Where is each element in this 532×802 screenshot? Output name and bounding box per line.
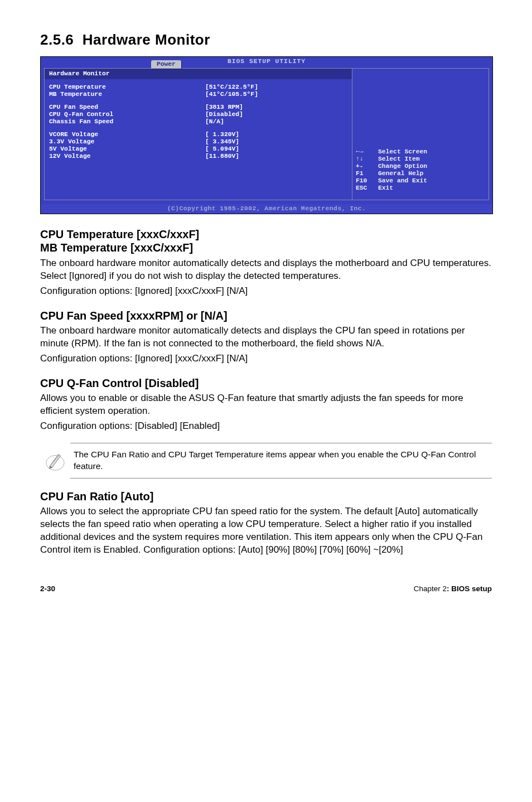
heading-cpu-fan-speed: CPU Fan Speed [xxxxRPM] or [N/A] (40, 309, 492, 322)
heading-line1: CPU Temperature [xxxC/xxxF] (40, 228, 199, 240)
help-key: +- (356, 163, 378, 170)
paragraph: The onboard hardware monitor automatical… (40, 257, 492, 283)
help-key: F10 (356, 177, 378, 185)
bios-row[interactable]: 3.3V Voltage [ 3.345V] (49, 138, 347, 146)
bios-label: 5V Voltage (49, 146, 205, 153)
help-row: ←→Select Screen (356, 148, 485, 156)
bios-content-area: CPU Temperature [51°C/122.5°F] MB Temper… (44, 79, 352, 200)
page-number: 2-30 (40, 584, 55, 593)
bios-help-pane: ←→Select Screen ↑↓Select Item +-Change O… (352, 68, 489, 200)
paragraph: Allows you to select the appropriate CPU… (40, 505, 492, 557)
help-key: ESC (356, 185, 378, 192)
help-row: F10Save and Exit (356, 177, 485, 185)
bios-tab-power[interactable]: Power (151, 60, 181, 69)
heading-line2: MB Temperature [xxxC/xxxF] (40, 241, 193, 254)
bios-value: [3813 RPM] (205, 104, 243, 111)
heading-cpu-qfan: CPU Q-Fan Control [Disabled] (40, 376, 492, 390)
chapter-title: : BIOS setup (447, 584, 492, 593)
bios-window: BIOS SETUP UTILITY Power Hardware Monito… (40, 56, 493, 214)
bios-row[interactable]: CPU Temperature [51°C/122.5°F] (49, 84, 347, 91)
bios-row[interactable]: CPU Fan Speed [3813 RPM] (49, 104, 347, 111)
paragraph: Configuration options: [Ignored] [xxxC/x… (40, 352, 492, 365)
bios-label: 12V Voltage (49, 153, 205, 160)
help-row: ESCExit (356, 185, 485, 192)
help-row: ↑↓Select Item (356, 156, 485, 163)
bios-value: [Disabled] (205, 111, 243, 118)
callout-text: The CPU Fan Ratio and CPU Target Tempera… (70, 443, 492, 479)
bios-value: [ 5.094V] (205, 146, 239, 153)
bios-row[interactable]: Chassis Fan Speed [N/A] (49, 118, 347, 125)
bios-value: [41°C/105.5°F] (205, 91, 258, 98)
section-number: 2.5.6 (40, 31, 74, 48)
bios-row[interactable]: VCORE Voltage [ 1.320V] (49, 131, 347, 138)
bios-label: Chassis Fan Speed (49, 118, 205, 125)
paragraph: Configuration options: [Ignored] [xxxC/x… (40, 285, 492, 298)
bios-row[interactable]: 5V Voltage [ 5.094V] (49, 146, 347, 153)
help-desc: Select Item (378, 156, 420, 163)
paragraph: Configuration options: [Disabled] [Enabl… (40, 420, 492, 433)
bios-label: CPU Fan Speed (49, 104, 205, 111)
heading-cpu-fan-ratio: CPU Fan Ratio [Auto] (40, 490, 492, 503)
help-key: ↑↓ (356, 156, 378, 163)
paragraph: The onboard hardware monitor automatical… (40, 325, 492, 350)
bios-value: [ 1.320V] (205, 131, 239, 138)
section-heading: 2.5.6 Hardware Monitor (40, 31, 492, 49)
bios-value: [11.880V] (205, 153, 239, 160)
help-row: F1General Help (356, 170, 485, 177)
help-row: +-Change Option (356, 163, 485, 170)
bios-label: CPU Temperature (49, 84, 205, 91)
paragraph: Allows you to enable or disable the ASUS… (40, 392, 492, 418)
bios-row[interactable]: MB Temperature [41°C/105.5°F] (49, 91, 347, 98)
note-callout: The CPU Fan Ratio and CPU Target Tempera… (40, 443, 492, 479)
bios-label: VCORE Voltage (49, 131, 205, 138)
bios-row[interactable]: 12V Voltage [11.880V] (49, 153, 347, 160)
bios-title: BIOS SETUP UTILITY (228, 58, 306, 65)
bios-value: [51°C/122.5°F] (205, 84, 258, 91)
help-desc: General Help (378, 170, 423, 177)
bios-label: CPU Q-Fan Control (49, 111, 205, 118)
bios-footer: (C)Copyright 1985-2002, American Megatre… (41, 204, 492, 214)
bios-row[interactable]: CPU Q-Fan Control [Disabled] (49, 111, 347, 118)
section-title: Hardware Monitor (83, 31, 210, 48)
page-footer: 2-30 Chapter 2: BIOS setup (40, 581, 492, 593)
chapter-prefix: Chapter 2 (414, 584, 447, 593)
help-key: ←→ (356, 148, 378, 156)
heading-cpu-mb-temp: CPU Temperature [xxxC/xxxF] MB Temperatu… (40, 228, 492, 255)
bios-label: MB Temperature (49, 91, 205, 98)
help-desc: Exit (378, 185, 393, 192)
bios-subheader: Hardware Monitor (44, 68, 352, 79)
pencil-icon (40, 450, 70, 471)
help-desc: Select Screen (378, 148, 427, 156)
bios-label: 3.3V Voltage (49, 138, 205, 146)
chapter-label: Chapter 2: BIOS setup (414, 584, 492, 593)
help-desc: Save and Exit (378, 177, 427, 185)
bios-titlebar: BIOS SETUP UTILITY Power (41, 57, 492, 68)
bios-value: [ 3.345V] (205, 138, 239, 146)
bios-value: [N/A] (205, 118, 224, 125)
help-key: F1 (356, 170, 378, 177)
help-desc: Change Option (378, 163, 427, 170)
